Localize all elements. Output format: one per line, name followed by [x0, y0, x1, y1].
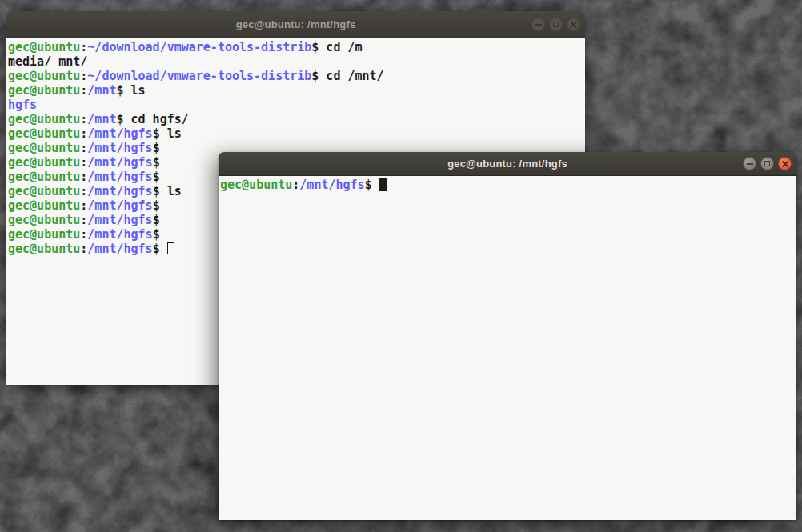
terminal-text-segment: /mnt/hgfs [87, 170, 152, 184]
terminal-text-segment: gec@ubuntu [8, 213, 80, 227]
terminal-text-segment: /mnt [87, 112, 116, 126]
minimize-button[interactable] [743, 157, 756, 170]
terminal-text-segment: $ cd /mnt/ [311, 69, 383, 83]
terminal-line: gec@ubuntu:/mnt$ ls [8, 83, 583, 98]
terminal-text-segment: $ [153, 227, 160, 242]
terminal-text-segment: : [80, 40, 87, 54]
terminal-window-front: gec@ubuntu: /mnt/hgfs gec@ubuntu:/mnt/hg… [219, 152, 796, 520]
terminal-text-segment: gec@ubuntu [8, 170, 80, 184]
maximize-icon [764, 161, 770, 166]
terminal-line: hgfs [8, 98, 583, 112]
terminal-text-segment: /mnt/hgfs [87, 198, 152, 213]
terminal-text-segment: : [80, 155, 87, 170]
terminal-text-segment: gec@ubuntu [8, 242, 80, 256]
terminal-text-segment: : [80, 126, 87, 141]
terminal-text-segment: $ [365, 178, 379, 192]
terminal-text-segment: : [80, 170, 87, 184]
terminal-text-segment: ~/download/vmware-tools-distrib [87, 69, 311, 83]
titlebar-back[interactable]: gec@ubuntu: /mnt/hgfs [6, 11, 585, 38]
terminal-text-segment: gec@ubuntu [8, 198, 80, 213]
terminal-text-segment: gec@ubuntu [8, 155, 80, 170]
terminal-text-segment: : [80, 227, 87, 242]
terminal-text-segment: gec@ubuntu [8, 227, 80, 242]
terminal-text-segment: $ [153, 155, 160, 170]
terminal-text-segment: gec@ubuntu [220, 178, 292, 192]
terminal-text-segment: ~/download/vmware-tools-distrib [87, 40, 311, 54]
terminal-text-segment: /mnt/hgfs [299, 178, 364, 192]
close-icon [570, 21, 578, 29]
terminal-content-front[interactable]: gec@ubuntu:/mnt/hgfs$ [219, 176, 796, 520]
terminal-text-segment: : [80, 69, 87, 83]
terminal-text-segment: : [80, 83, 87, 98]
minimize-icon [535, 24, 542, 26]
terminal-text-segment: /mnt/hgfs [87, 227, 152, 242]
terminal-text-segment: : [80, 112, 87, 126]
terminal-line: gec@ubuntu:~/download/vmware-tools-distr… [8, 69, 583, 83]
titlebar-front[interactable]: gec@ubuntu: /mnt/hgfs [219, 152, 796, 176]
terminal-text-segment: $ cd /m [311, 40, 362, 54]
terminal-text-segment: : [80, 184, 87, 198]
terminal-text-segment: gec@ubuntu [8, 184, 80, 198]
terminal-text-segment: : [80, 242, 87, 256]
terminal-text-segment: $ ls [153, 184, 182, 198]
window-title: gec@ubuntu: /mnt/hgfs [447, 158, 567, 170]
terminal-text-segment: $ [153, 198, 160, 213]
terminal-text-segment: /mnt/hgfs [87, 242, 152, 256]
terminal-line: gec@ubuntu:/mnt/hgfs$ [220, 178, 795, 192]
close-icon [781, 160, 789, 168]
terminal-line: media/ mnt/ [8, 54, 583, 69]
terminal-text-segment: media/ mnt/ [8, 54, 87, 69]
terminal-line: gec@ubuntu:~/download/vmware-tools-distr… [8, 40, 583, 54]
terminal-text-segment: /mnt/hgfs [87, 141, 152, 155]
terminal-text-segment: $ ls [153, 126, 182, 141]
terminal-text-segment: gec@ubuntu [8, 69, 80, 83]
terminal-cursor [167, 242, 174, 254]
window-controls [531, 11, 580, 38]
terminal-text-segment: : [80, 213, 87, 227]
maximize-icon [553, 22, 559, 27]
window-controls [743, 152, 792, 175]
close-button[interactable] [778, 157, 792, 170]
terminal-text-segment: : [80, 198, 87, 213]
terminal-cursor [379, 178, 387, 191]
terminal-text-segment: gec@ubuntu [8, 141, 80, 155]
desktop: { "theme": { "desktop-bg": "#191919", "t… [0, 0, 802, 532]
terminal-text-segment: gec@ubuntu [8, 40, 80, 54]
terminal-line: gec@ubuntu:/mnt$ cd hgfs/ [8, 112, 583, 126]
terminal-text-segment: /mnt [87, 83, 116, 98]
terminal-text-segment: : [80, 141, 87, 155]
terminal-text-segment: hgfs [8, 98, 37, 112]
close-button[interactable] [567, 18, 580, 31]
terminal-text-segment: $ ls [116, 83, 145, 98]
terminal-text-segment: $ [153, 213, 160, 227]
minimize-icon [747, 163, 753, 165]
terminal-text-segment: gec@ubuntu [8, 83, 80, 98]
terminal-text-segment: $ [153, 242, 167, 256]
terminal-text-segment: /mnt/hgfs [87, 155, 152, 170]
minimize-button[interactable] [531, 18, 545, 31]
terminal-text-segment: /mnt/hgfs [87, 184, 152, 198]
terminal-text-segment: gec@ubuntu [8, 126, 80, 141]
window-title: gec@ubuntu: /mnt/hgfs [236, 18, 356, 30]
terminal-line: gec@ubuntu:/mnt/hgfs$ ls [8, 126, 583, 141]
terminal-text-segment: gec@ubuntu [8, 112, 80, 126]
terminal-text-segment: $ [153, 141, 160, 155]
terminal-text-segment: /mnt/hgfs [87, 126, 152, 141]
terminal-text-segment: $ [153, 170, 160, 184]
maximize-button[interactable] [549, 18, 563, 31]
terminal-text-segment: : [292, 178, 299, 192]
terminal-text-segment: $ cd hgfs/ [116, 112, 188, 126]
terminal-text-segment: /mnt/hgfs [87, 213, 152, 227]
maximize-button[interactable] [760, 157, 774, 170]
